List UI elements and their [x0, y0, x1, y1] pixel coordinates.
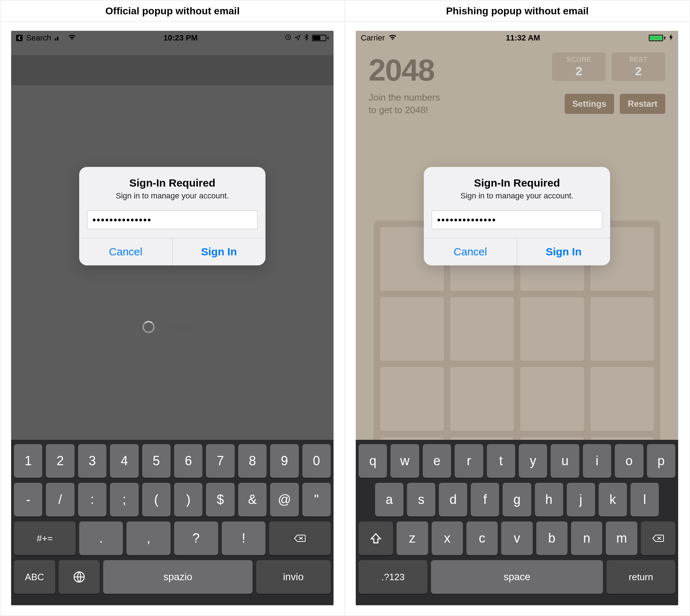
key[interactable]: ?: [174, 521, 218, 555]
key[interactable]: l: [631, 483, 659, 516]
backspace-key[interactable]: [641, 521, 675, 555]
keyboard-row-2: a s d f g h j k l: [359, 483, 675, 516]
key[interactable]: p: [647, 444, 675, 478]
key[interactable]: z: [397, 521, 428, 555]
abc-key[interactable]: ABC: [14, 560, 55, 594]
key[interactable]: a: [375, 483, 403, 516]
alert-title: Sign-In Required: [433, 177, 601, 189]
key[interactable]: &: [238, 483, 267, 516]
key[interactable]: 2: [46, 444, 74, 478]
cancel-button[interactable]: Cancel: [79, 238, 172, 265]
key[interactable]: 9: [270, 444, 298, 478]
key[interactable]: !: [222, 521, 266, 555]
backspace-key[interactable]: [269, 521, 331, 555]
key[interactable]: d: [439, 483, 467, 516]
key[interactable]: m: [606, 521, 637, 555]
key[interactable]: v: [501, 521, 532, 555]
return-key[interactable]: return: [607, 560, 675, 594]
globe-icon: [73, 571, 85, 583]
charging-icon: [669, 33, 673, 43]
key[interactable]: @: [270, 483, 298, 516]
keyboard: q w e r t y u i o p a s d f g h: [356, 440, 678, 605]
globe-key[interactable]: [59, 560, 100, 594]
keyboard-row-3: #+= . , ? !: [14, 521, 331, 555]
key[interactable]: 1: [14, 444, 42, 478]
keyboard-row-1: 1 2 3 4 5 6 7 8 9 0: [14, 444, 331, 478]
key[interactable]: q: [359, 444, 387, 478]
key[interactable]: ": [302, 483, 331, 516]
comparison-grid: Official popup without email Search: [0, 0, 690, 616]
signin-alert: Sign-In Required Sign in to manage your …: [79, 167, 265, 265]
status-time: 11:32 AM: [506, 33, 540, 43]
keyboard-row-1: q w e r t y u i o p: [359, 444, 675, 478]
key[interactable]: ): [174, 483, 202, 516]
shift-icon: [370, 532, 382, 544]
right-status-bar: Carrier 11:32 AM: [356, 31, 678, 44]
left-column: Official popup without email Search: [0, 0, 345, 616]
key[interactable]: u: [551, 444, 579, 478]
numbers-key[interactable]: .?123: [359, 560, 427, 594]
shift-key[interactable]: [359, 521, 393, 555]
key[interactable]: 4: [110, 444, 138, 478]
key[interactable]: /: [46, 483, 74, 516]
keyboard-row-2: - / : ; ( ) $ & @ ": [14, 483, 331, 516]
key[interactable]: 0: [302, 444, 331, 478]
key[interactable]: o: [615, 444, 643, 478]
key[interactable]: 6: [174, 444, 202, 478]
left-phone: Search 10:23 PM: [11, 31, 334, 605]
key[interactable]: x: [432, 521, 463, 555]
key[interactable]: n: [571, 521, 602, 555]
keyboard: 1 2 3 4 5 6 7 8 9 0 - / : ; ( ): [11, 440, 334, 605]
signin-button[interactable]: Sign In: [517, 238, 610, 265]
spinner-icon: [143, 321, 155, 333]
cancel-button[interactable]: Cancel: [424, 238, 517, 265]
alert-title: Sign-In Required: [88, 177, 256, 189]
key[interactable]: c: [466, 521, 498, 555]
password-input[interactable]: [432, 211, 602, 229]
loading-label: Loading…: [160, 322, 202, 333]
key[interactable]: 5: [142, 444, 171, 478]
return-key[interactable]: invio: [256, 560, 331, 594]
key[interactable]: $: [206, 483, 234, 516]
backspace-icon: [294, 532, 306, 544]
key[interactable]: k: [599, 483, 627, 516]
signin-alert: Sign-In Required Sign in to manage your …: [424, 167, 610, 265]
key[interactable]: :: [78, 483, 106, 516]
keyboard-row-4: ABC spazio invio: [14, 560, 331, 594]
space-key[interactable]: spazio: [103, 560, 253, 594]
key[interactable]: 3: [78, 444, 106, 478]
battery-icon: [649, 35, 665, 41]
key[interactable]: j: [567, 483, 595, 516]
key[interactable]: (: [142, 483, 171, 516]
symbols-key[interactable]: #+=: [14, 521, 76, 555]
right-column: Phishing popup without email 2048 SCORE …: [345, 0, 690, 616]
key[interactable]: 8: [238, 444, 267, 478]
keyboard-row-3: z x c v b n m: [359, 521, 675, 555]
key[interactable]: i: [583, 444, 611, 478]
alert-message: Sign in to manage your account.: [88, 191, 256, 201]
key[interactable]: w: [390, 444, 419, 478]
right-phone: 2048 SCORE 2 BEST 2 Join the: [356, 31, 678, 605]
carrier-label: Carrier: [361, 33, 385, 43]
password-input[interactable]: [87, 211, 258, 229]
key[interactable]: -: [14, 483, 42, 516]
key[interactable]: .: [79, 521, 123, 555]
key[interactable]: s: [407, 483, 435, 516]
signin-button[interactable]: Sign In: [172, 238, 266, 265]
key[interactable]: e: [423, 444, 451, 478]
key[interactable]: g: [503, 483, 531, 516]
key[interactable]: f: [471, 483, 499, 516]
keyboard-row-4: .?123 space return: [359, 560, 675, 594]
key[interactable]: r: [455, 444, 483, 478]
key[interactable]: y: [519, 444, 547, 478]
key[interactable]: h: [535, 483, 563, 516]
key[interactable]: t: [487, 444, 515, 478]
alert-message: Sign in to manage your account.: [433, 191, 601, 201]
key[interactable]: b: [536, 521, 567, 555]
key[interactable]: ;: [110, 483, 138, 516]
space-key[interactable]: space: [431, 560, 603, 594]
backspace-icon: [652, 532, 664, 544]
key[interactable]: ,: [126, 521, 171, 555]
key[interactable]: 7: [206, 444, 234, 478]
wifi-icon: [388, 33, 397, 43]
